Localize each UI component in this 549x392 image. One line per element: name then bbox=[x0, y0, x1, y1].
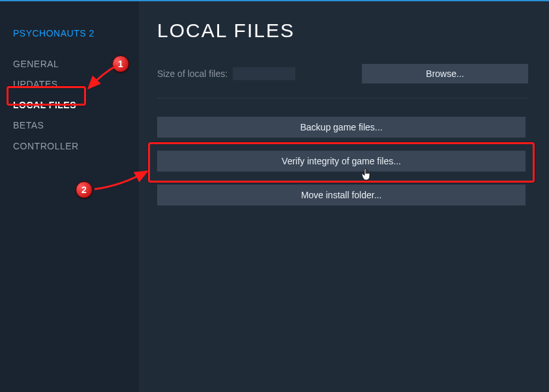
main-panel: LOCAL FILES Size of local files: Browse.… bbox=[139, 1, 549, 392]
sidebar-item-betas[interactable]: BETAS bbox=[0, 115, 139, 136]
move-install-folder-button[interactable]: Move install folder... bbox=[157, 185, 526, 205]
game-title: PSYCHONAUTS 2 bbox=[0, 24, 139, 54]
sidebar-item-local-files[interactable]: LOCAL FILES bbox=[0, 95, 139, 115]
size-value-redacted bbox=[233, 67, 295, 80]
sidebar-item-updates[interactable]: UPDATES bbox=[0, 74, 139, 95]
backup-game-files-button[interactable]: Backup game files... bbox=[157, 117, 526, 138]
app-container: PSYCHONAUTS 2 GENERAL UPDATES LOCAL FILE… bbox=[0, 1, 549, 392]
page-title: LOCAL FILES bbox=[157, 20, 528, 42]
size-label: Size of local files: bbox=[157, 68, 228, 79]
browse-button[interactable]: Browse... bbox=[362, 64, 528, 83]
size-row: Size of local files: Browse... bbox=[157, 64, 528, 83]
sidebar-item-controller[interactable]: CONTROLLER bbox=[0, 136, 139, 157]
divider bbox=[157, 98, 528, 98]
sidebar: PSYCHONAUTS 2 GENERAL UPDATES LOCAL FILE… bbox=[0, 1, 139, 392]
sidebar-item-general[interactable]: GENERAL bbox=[0, 54, 139, 74]
verify-integrity-button[interactable]: Verify integrity of game files... bbox=[157, 151, 526, 172]
